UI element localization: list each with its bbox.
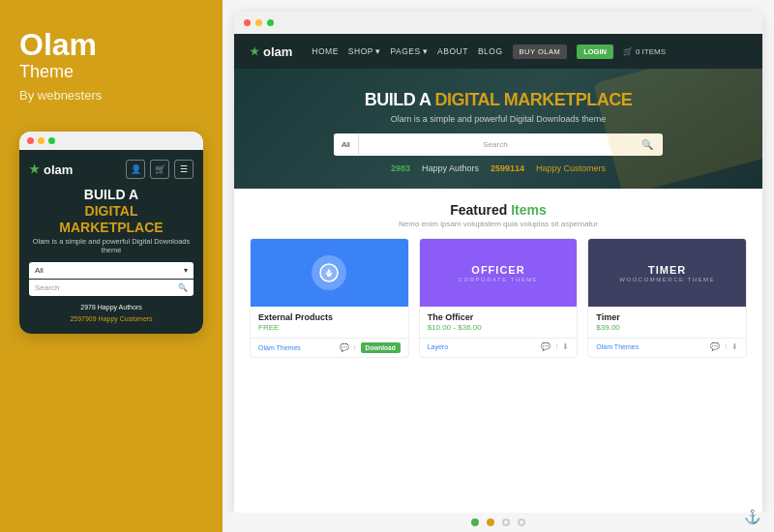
mobile-select-wrap[interactable]: All ▾	[29, 262, 194, 279]
mobile-authors-stat: 2978 Happy Authors	[29, 302, 194, 312]
brand-title: Olam	[19, 29, 203, 60]
nav-shop-label: SHOP	[348, 46, 373, 56]
nav-buy-button[interactable]: BUY OLAM	[513, 44, 568, 59]
product-thumb-content-3: TIMER Woocommerce Theme	[619, 264, 715, 282]
mobile-menu-icon[interactable]: ☰	[174, 160, 194, 179]
hero-title-line1: BUILD A	[365, 90, 431, 109]
featured-title: Featured Items	[250, 202, 747, 218]
product-actions-3: 💬 ↑ ⬇	[710, 342, 738, 351]
nav-pages[interactable]: PAGES ▾	[390, 46, 428, 56]
comment-icon-2: 💬	[541, 342, 551, 351]
hero-customers-num: 2599114	[491, 163, 524, 173]
nav-about[interactable]: ABOUT	[437, 46, 468, 56]
mobile-hero-line3: MARKETPLACE	[59, 220, 163, 235]
featured-section: Featured Items Nemo enim ipsam voluptate…	[234, 189, 762, 371]
product-author-1: Olam Themes	[258, 344, 301, 351]
product-footer-1: Olam Themes 💬 ↑ Download	[251, 338, 408, 357]
mobile-search-icon: 🔍	[178, 283, 188, 292]
mobile-browser-bar	[19, 132, 203, 150]
mobile-search-section: All ▾ Search 🔍	[29, 262, 194, 296]
product-thumb-text-3: TIMER	[619, 264, 715, 276]
mobile-customers-stat: 2597909 Happy Customers	[29, 313, 194, 324]
product-thumb-text-2: OFFICER	[459, 264, 539, 276]
mobile-hero-line1: BUILD A	[84, 187, 138, 202]
mobile-customers-label: Happy Customers	[99, 315, 153, 322]
product-actions-1: 💬 ↑ Download	[340, 342, 401, 353]
brand-subtitle: Theme	[19, 62, 203, 82]
mobile-dot-red	[27, 137, 34, 144]
desktop-browser-bar	[234, 12, 762, 34]
bottom-bar: ⚓	[223, 513, 774, 532]
mobile-content: ★ olam 👤 🛒 ☰ BUILD A DIGITAL MARKETPLACE…	[19, 150, 203, 334]
comment-icon-1: 💬	[340, 343, 349, 352]
product-thumb-2: OFFICER CORPORATE THEME	[420, 239, 578, 307]
mobile-mockup: ★ olam 👤 🛒 ☰ BUILD A DIGITAL MARKETPLACE…	[19, 132, 203, 334]
product-author-3: Olam Themes	[596, 343, 639, 350]
nav-links: HOME SHOP ▾ PAGES ▾ ABOUT BLOG BUY OLAM …	[312, 44, 747, 59]
hero-authors-num: 2983	[391, 163, 410, 173]
carousel-dot-2[interactable]	[487, 518, 494, 526]
mobile-hero-sub: Olam is a simple and powerful Digital Do…	[29, 237, 194, 254]
comment-icon-3: 💬	[710, 342, 720, 351]
brand-section: Olam Theme By webnesters	[19, 29, 203, 103]
nav-shop[interactable]: SHOP ▾	[348, 46, 381, 56]
carousel-dot-3[interactable]	[502, 518, 510, 526]
product-name-1: External Products	[258, 312, 401, 322]
mobile-customers-num: 2597909	[70, 315, 96, 322]
mobile-user-icon[interactable]: 👤	[126, 160, 145, 179]
brand-by: By webnesters	[19, 88, 203, 103]
featured-title-highlight: Items	[511, 202, 547, 218]
product-price-1: FREE	[258, 323, 401, 332]
mobile-authors-label: Happy Authors	[98, 304, 142, 310]
product-info-3: Timer $39.00	[588, 307, 746, 338]
mobile-logo-text: olam	[44, 163, 73, 177]
product-icon-1: $	[312, 255, 346, 290]
featured-subtitle: Nemo enim ipsam voluptatem quia voluptas…	[250, 220, 747, 228]
carousel-dot-4[interactable]	[518, 518, 525, 526]
product-name-2: The Officer	[428, 312, 570, 322]
desktop-site: ★ olam HOME SHOP ▾ PAGES ▾ ABOUT BLOG BU	[234, 34, 762, 513]
download-icon-2: ⬇	[562, 342, 569, 351]
mobile-cart-icon[interactable]: 🛒	[150, 160, 169, 179]
nav-home[interactable]: HOME	[312, 46, 339, 56]
product-thumb-content-2: OFFICER CORPORATE THEME	[459, 264, 539, 282]
scroll-down-icon: ⚓	[744, 509, 760, 524]
download-button-1[interactable]: Download	[361, 342, 401, 353]
product-thumb-3: TIMER Woocommerce Theme	[588, 239, 746, 307]
site-hero: BUILD A DIGITAL MARKETPLACE Olam is a si…	[234, 69, 762, 189]
mobile-nav-icons: 👤 🛒 ☰	[126, 160, 194, 179]
product-thumb-sub-2: CORPORATE THEME	[459, 277, 539, 282]
right-panel: ★ olam HOME SHOP ▾ PAGES ▾ ABOUT BLOG BU	[223, 0, 774, 532]
share-icon-2: ↑	[554, 342, 558, 351]
product-thumb-1: $	[251, 239, 408, 307]
product-price-2: $10.00 - $36.00	[428, 323, 570, 332]
mobile-nav: ★ olam 👤 🛒 ☰	[29, 160, 194, 179]
product-price-3: $39.00	[596, 323, 738, 332]
cart-icon: 🛒	[623, 47, 633, 56]
featured-grid: $ External Products FREE Olam Themes	[250, 238, 747, 358]
product-footer-2: Layero 💬 ↑ ⬇	[420, 338, 578, 355]
site-nav: ★ olam HOME SHOP ▾ PAGES ▾ ABOUT BLOG BU	[234, 34, 762, 69]
product-card-3: TIMER Woocommerce Theme Timer $39.00 Ola…	[587, 238, 747, 358]
mobile-dot-green	[48, 137, 55, 144]
nav-blog[interactable]: BLOG	[478, 46, 503, 56]
mobile-search-wrap[interactable]: Search 🔍	[29, 280, 194, 296]
mobile-search-placeholder: Search	[35, 283, 59, 292]
share-icon-3: ↑	[724, 342, 728, 351]
product-info-1: External Products FREE	[251, 307, 408, 338]
search-input[interactable]: Search	[359, 134, 632, 155]
nav-login-button[interactable]: LOGIN	[577, 44, 613, 59]
mobile-dot-yellow	[38, 137, 45, 144]
nav-pages-label: PAGES	[390, 46, 420, 56]
desktop-dot-red	[244, 19, 251, 26]
product-thumb-sub-3: Woocommerce Theme	[619, 277, 715, 282]
cart-label: 0 ITEMS	[636, 47, 666, 56]
search-category-select[interactable]: All	[334, 134, 359, 155]
carousel-dot-1[interactable]	[471, 518, 479, 526]
left-panel: Olam Theme By webnesters ★ olam 👤 🛒 ☰	[0, 0, 223, 532]
mobile-logo: ★ olam	[29, 163, 73, 177]
site-logo-text: olam	[263, 44, 292, 59]
nav-cart[interactable]: 🛒 0 ITEMS	[623, 47, 666, 56]
product-card-1: $ External Products FREE Olam Themes	[250, 238, 409, 358]
nav-pages-chevron-icon: ▾	[423, 46, 429, 56]
